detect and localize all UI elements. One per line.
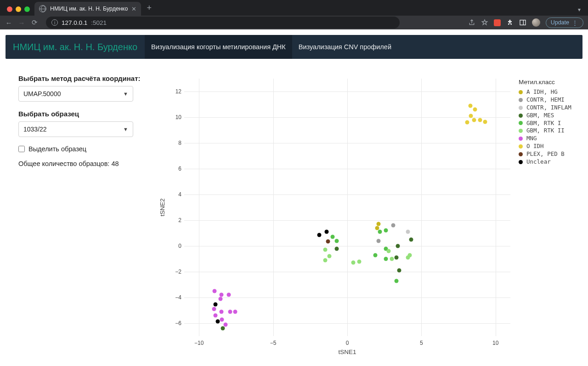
legend: Метил.класс A IDH, HGCONTR, HEMICONTR, I… xyxy=(519,79,579,166)
data-point[interactable] xyxy=(472,118,476,122)
data-point[interactable] xyxy=(394,256,398,260)
side-panel-icon[interactable] xyxy=(519,19,526,26)
data-point[interactable] xyxy=(213,314,217,318)
data-point[interactable] xyxy=(478,118,482,122)
brand-title[interactable]: НМИЦ им. ак. Н. Н. Бурденко xyxy=(6,35,145,59)
window-controls[interactable] xyxy=(7,6,30,12)
data-point[interactable] xyxy=(376,239,380,243)
data-point[interactable] xyxy=(324,230,328,234)
data-point[interactable] xyxy=(469,114,473,118)
data-point[interactable] xyxy=(326,240,330,244)
scatter-plot[interactable]: tSNE2 tSNE1 −10−50510−6−4−2024681012 xyxy=(184,79,510,336)
legend-dot-icon xyxy=(519,137,523,141)
sample-label: Выбрать образец xyxy=(18,110,141,118)
share-icon[interactable] xyxy=(468,19,475,26)
y-tick-label: 10 xyxy=(165,114,181,120)
data-point[interactable] xyxy=(219,309,223,314)
data-point[interactable] xyxy=(407,253,412,257)
legend-item[interactable]: MNG xyxy=(519,135,579,143)
star-icon[interactable] xyxy=(481,19,488,26)
close-window-icon[interactable] xyxy=(7,6,12,12)
legend-label: CONTR, HEMI xyxy=(526,96,565,104)
extensions-icon[interactable] xyxy=(506,19,514,26)
browser-tab[interactable]: НМИЦ им. ак. Н. Н. Бурденко ✕ xyxy=(34,2,141,16)
legend-item[interactable]: O IDH xyxy=(519,143,579,150)
legend-item[interactable]: A IDH, HG xyxy=(519,88,579,96)
tab-strip: НМИЦ им. ак. Н. Н. Бурденко ✕ + ▾ xyxy=(0,0,588,16)
data-point[interactable] xyxy=(390,257,394,261)
menu-dots-icon[interactable]: ⋮ xyxy=(572,19,578,26)
legend-item[interactable]: CONTR, HEMI xyxy=(519,96,579,104)
update-button[interactable]: Update ⋮ xyxy=(546,17,583,28)
method-dropdown[interactable]: UMAP.50000 ▼ xyxy=(18,86,133,102)
data-point[interactable] xyxy=(473,108,477,112)
data-point[interactable] xyxy=(335,239,339,243)
data-point[interactable] xyxy=(465,120,469,125)
data-point[interactable] xyxy=(483,120,487,124)
data-point[interactable] xyxy=(409,238,413,242)
data-point[interactable] xyxy=(220,317,224,321)
legend-item[interactable]: GBM, RTK II xyxy=(519,127,579,135)
tabs-menu-icon[interactable]: ▾ xyxy=(578,6,581,13)
data-point[interactable] xyxy=(335,246,339,251)
extension-icon[interactable] xyxy=(494,19,501,26)
data-point[interactable] xyxy=(317,233,321,237)
legend-label: MNG xyxy=(526,135,537,143)
sample-dropdown[interactable]: 1033/22 ▼ xyxy=(18,121,133,137)
profile-avatar-icon[interactable] xyxy=(532,18,540,27)
minimize-window-icon[interactable] xyxy=(16,6,21,12)
site-info-icon[interactable]: i xyxy=(51,19,58,26)
highlight-checkbox-row[interactable]: Выделить образец xyxy=(18,145,141,153)
data-point[interactable] xyxy=(406,230,410,234)
legend-dot-icon xyxy=(519,90,523,94)
data-point[interactable] xyxy=(387,249,391,253)
reload-icon[interactable]: ⟳ xyxy=(30,18,39,27)
data-point[interactable] xyxy=(378,230,382,234)
nav-tab-methylation[interactable]: Визуализация когорты метилирования ДНК xyxy=(145,35,292,59)
legend-dot-icon xyxy=(519,160,523,164)
data-point[interactable] xyxy=(219,297,223,301)
data-point[interactable] xyxy=(323,248,327,252)
legend-item[interactable]: GBM, MES xyxy=(519,112,579,120)
data-point[interactable] xyxy=(213,289,217,293)
data-point[interactable] xyxy=(228,309,232,314)
data-point[interactable] xyxy=(351,261,355,265)
data-point[interactable] xyxy=(220,326,225,331)
data-point[interactable] xyxy=(212,307,216,311)
new-tab-button[interactable]: + xyxy=(147,3,152,13)
maximize-window-icon[interactable] xyxy=(24,6,30,12)
data-point[interactable] xyxy=(468,103,472,108)
data-point[interactable] xyxy=(397,269,401,273)
data-point[interactable] xyxy=(375,226,379,230)
data-point[interactable] xyxy=(226,293,231,297)
legend-item[interactable]: GBM, RTK I xyxy=(519,120,579,127)
gridline-h xyxy=(184,117,510,118)
sample-value: 1033/22 xyxy=(23,126,47,133)
data-point[interactable] xyxy=(373,253,378,257)
data-point[interactable] xyxy=(224,322,228,326)
close-tab-icon[interactable]: ✕ xyxy=(131,6,136,12)
sidebar: Выбрать метод расчёта координат: UMAP.50… xyxy=(6,67,148,357)
data-point[interactable] xyxy=(233,309,237,314)
highlight-checkbox[interactable] xyxy=(18,146,25,152)
toolbar-right: Update ⋮ xyxy=(468,17,583,28)
data-point[interactable] xyxy=(330,235,334,239)
legend-item[interactable]: CONTR, INFLAM xyxy=(519,104,579,112)
data-point[interactable] xyxy=(376,222,380,226)
data-point[interactable] xyxy=(213,303,217,307)
back-icon[interactable]: ← xyxy=(5,19,13,27)
data-point[interactable] xyxy=(323,258,327,262)
data-point[interactable] xyxy=(384,229,388,233)
legend-item[interactable]: Unclear xyxy=(519,158,579,166)
data-point[interactable] xyxy=(357,259,361,263)
data-point[interactable] xyxy=(215,319,220,323)
data-point[interactable] xyxy=(394,279,398,283)
data-point[interactable] xyxy=(391,223,396,228)
data-point[interactable] xyxy=(384,257,388,261)
data-point[interactable] xyxy=(328,254,332,258)
address-bar[interactable]: i 127.0.0.1:5021 xyxy=(46,17,400,29)
url-port: :5021 xyxy=(91,19,107,26)
nav-tab-cnv[interactable]: Визуализация CNV профилей xyxy=(292,35,398,59)
legend-item[interactable]: PLEX, PED B xyxy=(519,150,579,158)
data-point[interactable] xyxy=(396,244,400,248)
